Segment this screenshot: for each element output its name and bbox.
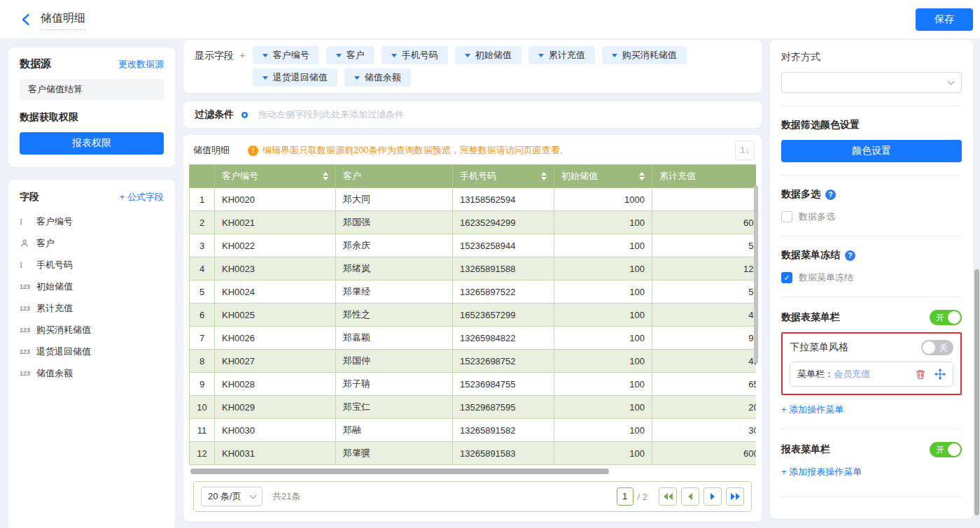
menu-bar-prefix: 菜单栏：: [797, 368, 834, 380]
formula-field-link[interactable]: + 公式字段: [120, 191, 164, 204]
chip-label: 累计充值: [549, 49, 585, 62]
table-menu-title: 数据表菜单栏: [781, 311, 840, 324]
dropdown-style-label: 下拉菜单风格: [790, 341, 848, 354]
save-button[interactable]: 保存: [916, 8, 973, 31]
permission-title: 数据获取权限: [20, 111, 164, 124]
field-chip[interactable]: 累计充值: [528, 46, 595, 64]
first-page-button[interactable]: [659, 487, 677, 506]
column-header[interactable]: 累计充值: [652, 165, 757, 188]
table-row[interactable]: 3KH0022郑余庆15236258944100500: [190, 234, 757, 257]
chip-label: 储值余额: [365, 71, 401, 84]
table-row[interactable]: 10KH0029郑宝仁13529687595100200: [190, 396, 757, 419]
menu-bar-value[interactable]: 会员充值: [834, 368, 870, 380]
field-chip[interactable]: 手机号码: [382, 46, 448, 64]
multi-select-checkbox-row[interactable]: 数据多选: [781, 211, 962, 223]
toggle-knob: [923, 341, 935, 354]
table-row[interactable]: 11KH0030郑融13265891582100300: [190, 419, 757, 442]
total-pages: / 2: [638, 492, 648, 502]
column-header[interactable]: 初始储值: [554, 165, 652, 188]
sort-arrows-icon[interactable]: [541, 172, 547, 180]
sort-arrows-icon[interactable]: [639, 172, 645, 180]
gear-icon[interactable]: [239, 110, 250, 120]
checkbox-label: 数据多选: [799, 211, 835, 223]
datasource-value[interactable]: 客户储值结算: [20, 79, 164, 100]
field-chip[interactable]: 客户: [326, 46, 374, 64]
field-item[interactable]: 123 初始储值: [20, 276, 164, 297]
field-item[interactable]: 123 储值余额: [20, 362, 164, 384]
add-report-action-menu-link[interactable]: + 添加报表操作菜单: [781, 466, 962, 478]
delete-icon[interactable]: [915, 369, 926, 380]
table-row[interactable]: 7KH0026郑嘉颖13265984822100900: [190, 327, 757, 350]
table-row[interactable]: 6KH0025郑性之16523657299100400: [190, 304, 757, 327]
sort-order-icon[interactable]: 1↓: [735, 141, 755, 160]
chip-label: 退货退回储值: [273, 71, 328, 84]
field-item[interactable]: 123 累计充值: [20, 297, 164, 319]
data-table-viewport: 客户编号 客户 手机号码 初始储值 累计充值 1KH0020郑大同1315856…: [189, 164, 756, 465]
number-field-icon: 123: [20, 305, 36, 312]
add-field-icon[interactable]: +: [239, 46, 246, 64]
field-chip[interactable]: 退货退回储值: [253, 69, 337, 87]
display-field-chips: 客户编号 客户 手机号码 初始储值 累计充值 购买消耗储值 退货退回储值 储值余…: [253, 46, 750, 87]
table-row[interactable]: 9KH0028郑子聃15236984755100650: [190, 373, 757, 396]
help-icon[interactable]: ?: [825, 190, 836, 200]
filter-panel[interactable]: 过滤条件 拖动左侧字段到此处来添加过滤条件: [183, 101, 762, 128]
table-menu-toggle[interactable]: 开: [930, 310, 962, 325]
field-item[interactable]: 客户: [20, 232, 164, 254]
table-row[interactable]: 8KH0027郑国仲15232698752100450: [190, 350, 757, 373]
field-chip[interactable]: 初始储值: [455, 46, 522, 64]
prev-page-button[interactable]: [681, 487, 699, 506]
last-page-button[interactable]: [726, 487, 744, 506]
field-item[interactable]: I 手机号码: [20, 254, 164, 276]
chevron-down-icon: [262, 76, 268, 80]
column-header[interactable]: 客户: [336, 165, 453, 188]
column-header[interactable]: 手机号码: [453, 165, 554, 188]
field-chip[interactable]: 储值余额: [344, 69, 411, 87]
sort-arrows-icon[interactable]: [323, 172, 328, 180]
dropdown-style-toggle[interactable]: 关: [921, 340, 953, 355]
menu-bar-item[interactable]: 菜单栏： 会员充值: [790, 362, 953, 387]
field-label: 客户编号: [36, 215, 73, 228]
align-select[interactable]: [781, 72, 962, 93]
chevron-down-icon: [336, 54, 342, 57]
table-row[interactable]: 2KH0021郑国强162352942991006000: [190, 211, 757, 234]
table-row[interactable]: 12KH0031郑肇骥132658915831006000: [190, 442, 757, 465]
field-item[interactable]: 123 退货退回储值: [20, 341, 164, 362]
color-settings-button[interactable]: 颜色设置: [781, 140, 962, 162]
number-field-icon: 123: [20, 348, 36, 355]
add-action-menu-link[interactable]: + 添加操作菜单: [781, 404, 962, 416]
table-panel: 储值明细 ! 编辑界面只取数据源前200条作为查询数据预览，完整数据请访问页面查…: [183, 135, 762, 522]
row-number-header: [190, 165, 215, 188]
field-label: 初始储值: [36, 280, 73, 293]
field-chip[interactable]: 购买消耗储值: [602, 46, 687, 64]
field-item[interactable]: I 客户编号: [20, 211, 164, 232]
highlighted-dropdown-style-box: 下拉菜单风格 关 菜单栏： 会员充值: [781, 332, 962, 395]
table-row[interactable]: 5KH0024郑肇经13265897522100500: [190, 280, 757, 304]
column-header[interactable]: 客户编号: [215, 165, 336, 188]
report-permission-button[interactable]: 报表权限: [20, 132, 164, 155]
pagination-bar: 20 条/页 共21条 1 / 2: [193, 481, 752, 512]
table-vertical-scrollbar[interactable]: [754, 185, 758, 364]
back-icon[interactable]: [20, 13, 34, 27]
checkbox-unchecked[interactable]: [781, 211, 792, 222]
table-row[interactable]: 4KH0023郑绪岚132658915881001200: [190, 257, 757, 280]
display-fields-panel: 显示字段 + 客户编号 客户 手机号码 初始储值 累计充值 购买消耗储值 退货退…: [183, 40, 762, 93]
table-row[interactable]: 1KH0020郑大同1315856259410000: [190, 188, 757, 211]
menu-freeze-checkbox-row[interactable]: ✓ 数据菜单冻结: [781, 271, 962, 284]
change-datasource-link[interactable]: 更改数据源: [118, 58, 164, 71]
number-field-icon: 123: [20, 370, 36, 377]
field-chip[interactable]: 客户编号: [253, 46, 319, 64]
report-menu-toggle[interactable]: 开: [930, 442, 962, 457]
next-page-button[interactable]: [704, 487, 722, 506]
window-vertical-scrollbar[interactable]: [974, 269, 979, 515]
field-item[interactable]: 123 购买消耗储值: [20, 319, 164, 341]
text-field-icon: I: [20, 259, 36, 271]
datasource-panel: 数据源 更改数据源 客户储值结算 数据获取权限 报表权限: [8, 48, 175, 167]
toggle-knob: [948, 443, 960, 456]
fields-panel: 字段 + 公式字段 I 客户编号 客户 I 手机号码 123 初始储值: [8, 180, 175, 528]
move-icon[interactable]: [934, 369, 946, 380]
horizontal-scrollbar[interactable]: [190, 469, 609, 474]
page-size-select[interactable]: 20 条/页: [201, 487, 262, 506]
help-icon[interactable]: ?: [845, 250, 855, 261]
checkbox-checked[interactable]: ✓: [781, 272, 792, 283]
current-page-input[interactable]: 1: [617, 487, 634, 506]
